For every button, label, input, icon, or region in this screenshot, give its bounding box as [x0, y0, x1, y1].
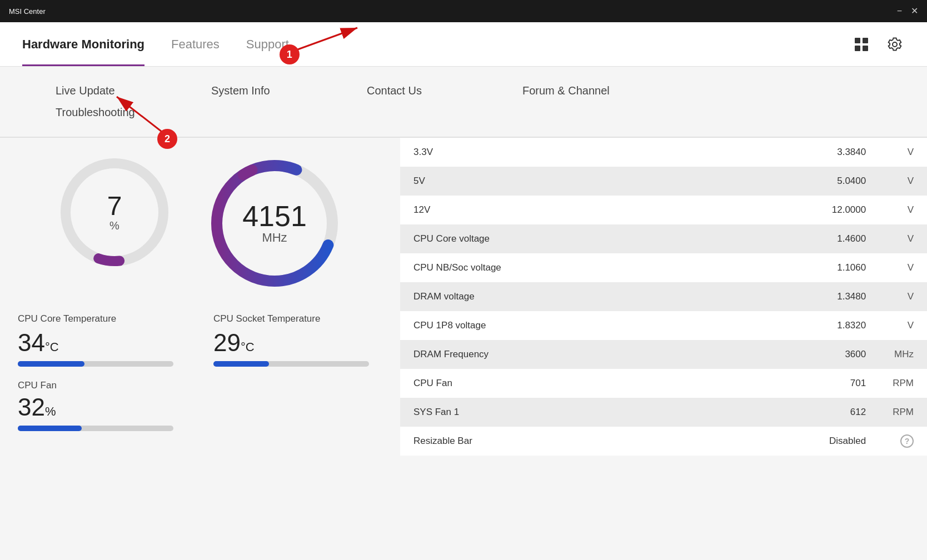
metric-label: CPU Fan [400, 369, 709, 398]
tab-support[interactable]: Support 1 [246, 22, 289, 66]
freq-gauge-value: 4151 [242, 202, 307, 231]
metrics-row: 5V5.0400V [400, 167, 927, 196]
cpu-gauge-svg: 7 % [53, 151, 176, 273]
svg-line-1 [296, 28, 357, 50]
metric-unit: RPM [879, 369, 927, 398]
cpu-fan-value: 32% [18, 393, 382, 421]
metric-label: CPU 1P8 voltage [400, 311, 709, 340]
metric-value: 5.0400 [709, 167, 880, 196]
settings-button[interactable] [885, 34, 905, 54]
metric-label: CPU NB/Soc voltage [400, 253, 709, 282]
close-button[interactable]: ✕ [911, 7, 918, 16]
cpu-socket-temp: CPU Socket Temperature 29°C [213, 313, 382, 367]
metrics-row: Resizable BarDisabled? [400, 427, 927, 456]
cpu-socket-temp-label: CPU Socket Temperature [213, 313, 382, 324]
cpu-socket-temp-bar-fill [213, 361, 269, 367]
cpu-gauge-center: 7 % [107, 193, 122, 232]
minimize-button[interactable]: − [897, 7, 902, 16]
left-panel: 7 % [0, 138, 400, 560]
metrics-row: CPU NB/Soc voltage1.1060V [400, 253, 927, 282]
cpu-core-temp-bar-fill [18, 361, 84, 367]
freq-gauge-center: 4151 MHz [242, 202, 307, 245]
content-area: 7 % [0, 138, 927, 560]
metric-unit: V [879, 167, 927, 196]
svg-rect-4 [855, 46, 860, 51]
cpu-fan-bar-bg [18, 426, 173, 431]
help-icon[interactable]: ? [900, 434, 914, 448]
cpu-core-temp-value: 34°C [18, 329, 187, 357]
metric-label: DRAM voltage [400, 282, 709, 311]
metrics-row: 12V12.0000V [400, 196, 927, 224]
metric-unit: MHz [879, 340, 927, 369]
cpu-fan-label: CPU Fan [18, 380, 382, 391]
metric-unit: V [879, 253, 927, 282]
title-bar: MSI Center − ✕ [0, 0, 927, 22]
metric-value: 1.8320 [709, 311, 880, 340]
tab-features[interactable]: Features [171, 22, 220, 66]
metric-unit: V [879, 282, 927, 311]
cpu-usage-gauge: 7 % [53, 151, 176, 296]
support-nav-contact-us[interactable]: Contact Us [367, 80, 522, 102]
metrics-row: CPU Fan701RPM [400, 369, 927, 398]
support-nav: Live Update 2 System Info Contact Us For… [0, 67, 927, 138]
freq-gauge-unit: MHz [242, 231, 307, 245]
main-nav: Hardware Monitoring Features Support 1 [0, 22, 927, 67]
metric-label: 12V [400, 196, 709, 224]
metric-value: 3.3840 [709, 138, 880, 167]
metric-unit: V [879, 311, 927, 340]
title-bar-controls: − ✕ [897, 7, 918, 16]
cpu-core-temp: CPU Core Temperature 34°C [18, 313, 187, 367]
right-panel: 3.3V3.3840V5V5.0400V12V12.0000VCPU Core … [400, 138, 927, 560]
svg-rect-5 [863, 46, 868, 51]
metric-label: Resizable Bar [400, 427, 709, 456]
support-nav-live-update[interactable]: Live Update 2 [56, 80, 211, 102]
cpu-gauge-value: 7 [107, 193, 122, 219]
metric-label: DRAM Frequency [400, 340, 709, 369]
metrics-table: 3.3V3.3840V5V5.0400V12V12.0000VCPU Core … [400, 138, 927, 456]
title-bar-left: MSI Center [9, 7, 46, 16]
cpu-freq-svg: 4151 MHz [202, 151, 347, 296]
metric-label: CPU Core voltage [400, 224, 709, 253]
cpu-core-temp-bar-bg [18, 361, 173, 367]
metric-label: SYS Fan 1 [400, 398, 709, 427]
cpu-socket-temp-value: 29°C [213, 329, 382, 357]
metric-value: 1.1060 [709, 253, 880, 282]
gauges-row: 7 % [18, 151, 382, 296]
metric-unit: V [879, 138, 927, 167]
nav-tabs: Hardware Monitoring Features Support 1 [22, 22, 289, 66]
metric-value: 3600 [709, 340, 880, 369]
metric-unit: V [879, 196, 927, 224]
svg-rect-2 [855, 38, 860, 43]
metrics-row: DRAM voltage1.3480V [400, 282, 927, 311]
grid-view-button[interactable] [851, 34, 871, 54]
metrics-row: CPU 1P8 voltage1.8320V [400, 311, 927, 340]
fan-section: CPU Fan 32% [18, 380, 382, 431]
temps-row: CPU Core Temperature 34°C CPU Socket Tem… [18, 313, 382, 367]
metric-unit: V [879, 224, 927, 253]
tab-hardware-monitoring[interactable]: Hardware Monitoring [22, 22, 144, 66]
metric-unit: ? [879, 427, 927, 456]
support-nav-forum-channel[interactable]: Forum & Channel [522, 80, 678, 102]
metric-value: 1.3480 [709, 282, 880, 311]
metric-label: 3.3V [400, 138, 709, 167]
cpu-fan-bar-fill [18, 426, 82, 431]
metric-value: 701 [709, 369, 880, 398]
metric-unit: RPM [879, 398, 927, 427]
metrics-row: SYS Fan 1612RPM [400, 398, 927, 427]
metric-value: 12.0000 [709, 196, 880, 224]
cpu-gauge-unit: % [107, 219, 122, 232]
metric-value: 612 [709, 398, 880, 427]
cpu-socket-temp-bar-bg [213, 361, 369, 367]
metrics-row: CPU Core voltage1.4600V [400, 224, 927, 253]
metric-value: Disabled [709, 427, 880, 456]
metrics-row: DRAM Frequency3600MHz [400, 340, 927, 369]
metric-value: 1.4600 [709, 224, 880, 253]
app-title: MSI Center [9, 7, 46, 16]
support-nav-troubleshooting[interactable]: Troubleshooting [56, 102, 905, 123]
svg-rect-3 [863, 38, 868, 43]
cpu-freq-gauge: 4151 MHz [202, 151, 347, 296]
cpu-core-temp-label: CPU Core Temperature [18, 313, 187, 324]
nav-icons [851, 34, 905, 54]
metric-label: 5V [400, 167, 709, 196]
support-nav-system-info[interactable]: System Info [211, 80, 367, 102]
